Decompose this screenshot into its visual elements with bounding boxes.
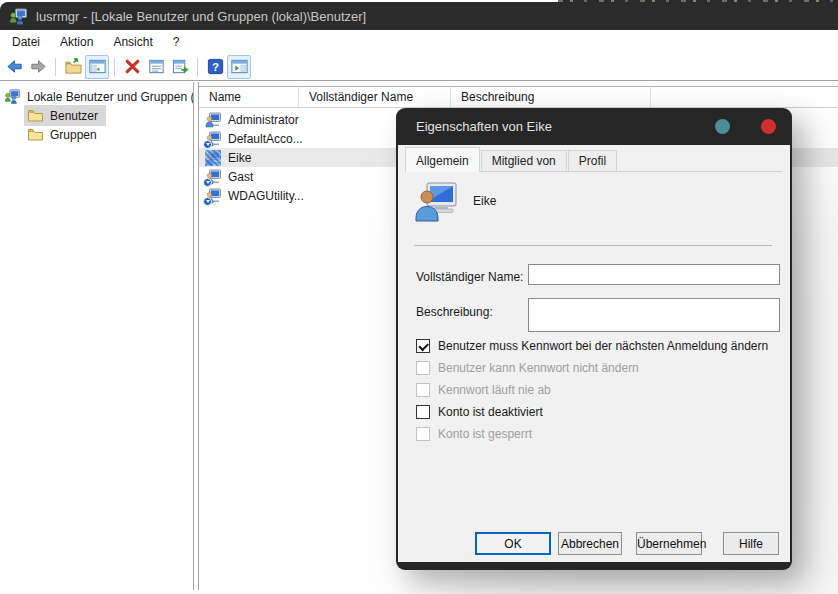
column-header-vollstaendiger-name[interactable]: Vollständiger Name [299,87,451,107]
show-console-tree-button[interactable] [85,55,109,79]
console-tree-pane: Lokale Benutzer und Gruppen (lokal) Benu… [0,82,193,590]
checkbox-icon [416,405,430,419]
checkbox-label: Benutzer muss Kennwort bei der nächsten … [438,339,768,353]
separator-line [414,245,772,246]
row-name: Administrator [228,113,299,127]
ok-button[interactable]: OK [475,532,551,555]
lusrmgr-snapin-icon [4,88,21,105]
show-action-pane-button[interactable] [227,55,251,79]
menu-datei[interactable]: Datei [2,32,50,52]
row-name: Gast [228,170,253,184]
menu-aktion[interactable]: Aktion [50,32,103,52]
export-list-button[interactable] [168,55,192,79]
row-name: WDAGUtility... [228,189,304,203]
up-level-folder-icon [64,57,83,76]
forward-icon [29,57,48,76]
cancel-button[interactable]: Abbrechen [558,532,622,555]
window-title: lusrmgr - [Lokale Benutzer und Gruppen (… [36,9,366,24]
checkbox-icon [416,339,430,353]
properties-button[interactable] [144,55,168,79]
apply-button[interactable]: Übernehmen [636,532,702,555]
tree-selection: Gruppen [24,124,105,145]
help-icon: ? [206,57,225,76]
back-icon [5,57,24,76]
help-button[interactable]: ? [203,55,227,79]
full-name-input[interactable] [528,264,780,285]
window-titlebar[interactable]: lusrmgr - [Lokale Benutzer und Gruppen (… [0,2,838,30]
user-header: Eike [414,180,772,230]
checkbox-account-locked[interactable]: Konto ist gesperrt [416,427,532,441]
user-icon [205,112,221,128]
sidebar-item-gruppen[interactable]: Gruppen [0,125,193,144]
description-label: Beschreibung: [416,305,493,319]
folder-icon [27,126,44,143]
checkbox-icon [416,361,430,375]
folder-icon [27,107,44,124]
tab-page-allgemein: Eike Vollständiger Name: Beschreibung: B… [405,172,782,562]
checkbox-must-change-password[interactable]: Benutzer muss Kennwort bei der nächsten … [416,339,768,353]
properties-dialog: Eigenschaften von Eike Allgemein Mitglie… [396,108,792,570]
help-button-dialog[interactable]: Hilfe [723,532,779,555]
checkbox-label: Kennwort läuft nie ab [438,383,551,397]
tab-profil[interactable]: Profil [568,150,617,171]
menu-ansicht[interactable]: Ansicht [103,32,162,52]
tab-allgemein[interactable]: Allgemein [405,147,480,172]
list-header: Name Vollständiger Name Beschreibung [199,86,838,108]
description-input[interactable] [528,298,780,332]
tree-selection: Benutzer [24,105,106,126]
user-icon-selected [205,150,221,166]
minimize-button[interactable] [715,119,730,134]
action-pane-icon [230,57,249,76]
dialog-title: Eigenschaften von Eike [416,119,684,134]
user-disabled-icon [205,169,221,185]
menu-bar: Datei Aktion Ansicht ? [0,30,838,53]
delete-x-icon [123,57,142,76]
toolbar-separator [55,58,56,76]
column-header-beschreibung[interactable]: Beschreibung [451,87,651,107]
user-disabled-icon [205,188,221,204]
sidebar-item-label: Gruppen [50,128,97,142]
user-account-icon [414,180,458,224]
tree-root-item[interactable]: Lokale Benutzer und Gruppen (lokal) [0,87,193,106]
menu-hilfe[interactable]: ? [163,32,190,52]
disabled-badge-icon [203,197,212,206]
sidebar-item-label: Benutzer [50,109,98,123]
checkbox-label: Konto ist deaktiviert [438,405,543,419]
properties-icon [147,57,166,76]
dialog-button-row: OK Abbrechen Übernehmen Hilfe [405,532,782,556]
lusrmgr-app-icon [9,7,28,26]
checkbox-label: Benutzer kann Kennwort nicht ändern [438,361,639,375]
column-header-name[interactable]: Name [199,87,299,107]
checkbox-account-disabled[interactable]: Konto ist deaktiviert [416,405,543,419]
disabled-badge-icon [203,178,212,187]
toolbar-separator [197,58,198,76]
tab-mitglied-von[interactable]: Mitglied von [481,150,567,171]
checkbox-icon [416,427,430,441]
user-disabled-icon [205,131,221,147]
toolbar-separator [114,58,115,76]
delete-button[interactable] [120,55,144,79]
full-name-label: Vollständiger Name: [416,270,523,284]
checkbox-icon [416,383,430,397]
checkbox-cannot-change-password[interactable]: Benutzer kann Kennwort nicht ändern [416,361,639,375]
close-button[interactable] [761,119,776,134]
toolbar: ? [0,53,838,81]
up-level-button[interactable] [61,55,85,79]
console-tree-icon [88,57,107,76]
disabled-badge-icon [203,140,212,149]
back-button[interactable] [2,55,26,79]
svg-text:?: ? [212,61,219,73]
tree-root-label: Lokale Benutzer und Gruppen (lokal) [27,90,193,104]
sidebar-item-benutzer[interactable]: Benutzer [0,106,193,125]
checkbox-label: Konto ist gesperrt [438,427,532,441]
row-name: Eike [228,151,251,165]
checkbox-password-never-expires[interactable]: Kennwort läuft nie ab [416,383,551,397]
dialog-titlebar[interactable]: Eigenschaften von Eike [398,108,790,145]
forward-button[interactable] [26,55,50,79]
column-header-filler [651,87,838,107]
export-list-icon [171,57,190,76]
user-name-label: Eike [473,194,496,208]
dialog-body: Allgemein Mitglied von Profil Ei [398,145,790,562]
row-name: DefaultAcco... [228,132,303,146]
tab-strip: Allgemein Mitglied von Profil [405,147,782,172]
